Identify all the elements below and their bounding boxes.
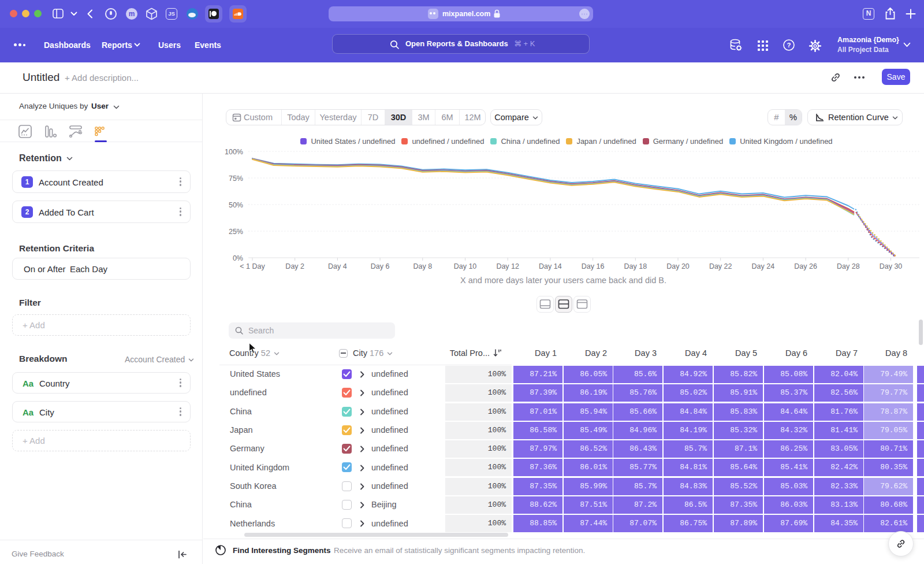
svg-text:Day 18: Day 18 — [624, 262, 647, 270]
svg-text:Day 12: Day 12 — [496, 262, 519, 270]
svg-text:Day 8: Day 8 — [413, 262, 432, 270]
svg-text:75%: 75% — [229, 175, 243, 183]
svg-text:Day 28: Day 28 — [837, 262, 860, 270]
svg-text:Day 20: Day 20 — [666, 262, 690, 270]
svg-text:Day 4: Day 4 — [328, 262, 347, 270]
svg-text:Day 14: Day 14 — [539, 262, 562, 270]
svg-text:100%: 100% — [225, 148, 243, 156]
svg-text:Day 30: Day 30 — [880, 262, 903, 270]
svg-text:Day 26: Day 26 — [794, 262, 817, 270]
svg-text:0%: 0% — [233, 254, 243, 262]
svg-text:Day 24: Day 24 — [752, 262, 775, 270]
svg-text:25%: 25% — [229, 228, 243, 236]
svg-text:Day 2: Day 2 — [285, 262, 304, 270]
svg-text:?: ? — [787, 42, 791, 49]
svg-text:50%: 50% — [229, 201, 243, 209]
svg-text:< 1 Day: < 1 Day — [240, 262, 265, 270]
svg-text:Day 22: Day 22 — [709, 262, 732, 270]
svg-text:Day 6: Day 6 — [371, 262, 390, 270]
svg-text:Day 10: Day 10 — [454, 262, 477, 270]
svg-text:Day 16: Day 16 — [582, 262, 605, 270]
